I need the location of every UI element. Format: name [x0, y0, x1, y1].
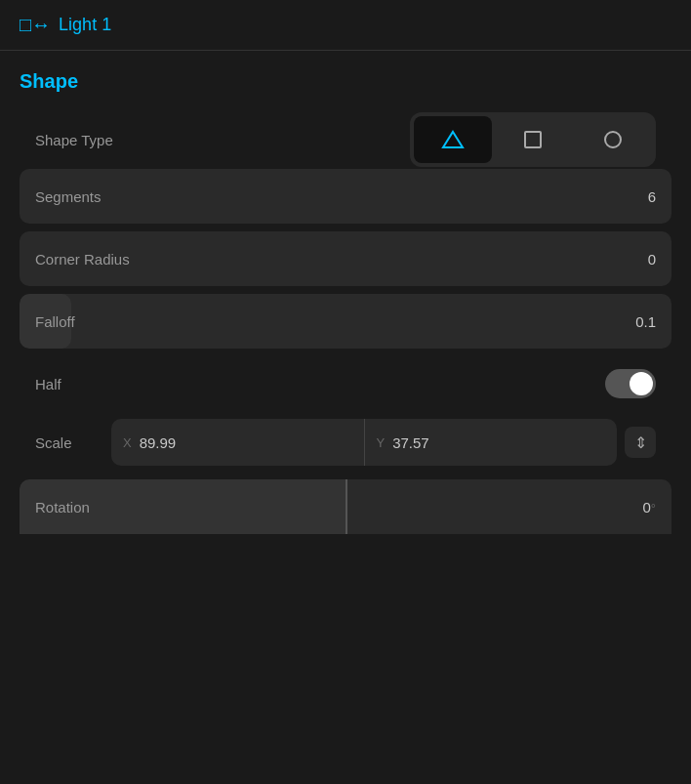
- rotation-row[interactable]: Rotation 0°: [20, 479, 671, 534]
- header: □↔ Light 1: [0, 0, 691, 51]
- svg-point-2: [605, 132, 621, 147]
- scale-x-axis: X: [123, 435, 132, 450]
- svg-marker-0: [443, 132, 463, 147]
- half-row: Half: [20, 356, 671, 411]
- light-icon: □↔: [20, 14, 51, 36]
- scale-link-button[interactable]: ⇕: [625, 427, 656, 458]
- scale-inputs: X 89.99 Y 37.57: [111, 419, 617, 466]
- half-toggle[interactable]: [605, 369, 656, 398]
- scale-x-value: 89.99: [140, 434, 177, 451]
- falloff-label: Falloff: [35, 313, 635, 330]
- falloff-row[interactable]: Falloff 0.1: [20, 294, 671, 349]
- rotation-label: Rotation: [35, 499, 642, 516]
- shape-section: Shape Shape Type Segments 6: [0, 51, 691, 534]
- circle-button[interactable]: [574, 116, 652, 163]
- triangle-button[interactable]: [414, 116, 492, 163]
- scale-y-group[interactable]: Y 37.57: [365, 419, 618, 466]
- header-title: Light 1: [59, 15, 111, 35]
- svg-rect-1: [525, 132, 541, 147]
- toggle-knob: [630, 372, 653, 395]
- corner-radius-row[interactable]: Corner Radius 0: [20, 231, 671, 286]
- rotation-divider: [346, 479, 347, 534]
- degree-symbol: °: [651, 501, 656, 516]
- half-label: Half: [35, 376, 61, 392]
- rotation-value: 0°: [642, 499, 656, 516]
- scale-row: Scale X 89.99 Y 37.57 ⇕: [20, 413, 671, 472]
- shape-type-row: Shape Type: [20, 112, 671, 167]
- section-title: Shape: [20, 70, 671, 93]
- scale-label: Scale: [35, 434, 103, 451]
- shape-type-label: Shape Type: [35, 132, 113, 148]
- corner-radius-label: Corner Radius: [35, 251, 648, 268]
- segments-label: Segments: [35, 188, 648, 205]
- segments-row[interactable]: Segments 6: [20, 169, 671, 224]
- falloff-value: 0.1: [635, 313, 656, 330]
- segments-value: 6: [648, 188, 656, 205]
- scale-y-axis: Y: [377, 435, 386, 450]
- scale-x-group[interactable]: X 89.99: [111, 419, 365, 466]
- square-button[interactable]: [494, 116, 572, 163]
- scale-y-value: 37.57: [392, 434, 429, 451]
- corner-radius-value: 0: [648, 251, 656, 268]
- link-icon-symbol: ⇕: [634, 433, 647, 452]
- shape-type-selector: [410, 112, 656, 167]
